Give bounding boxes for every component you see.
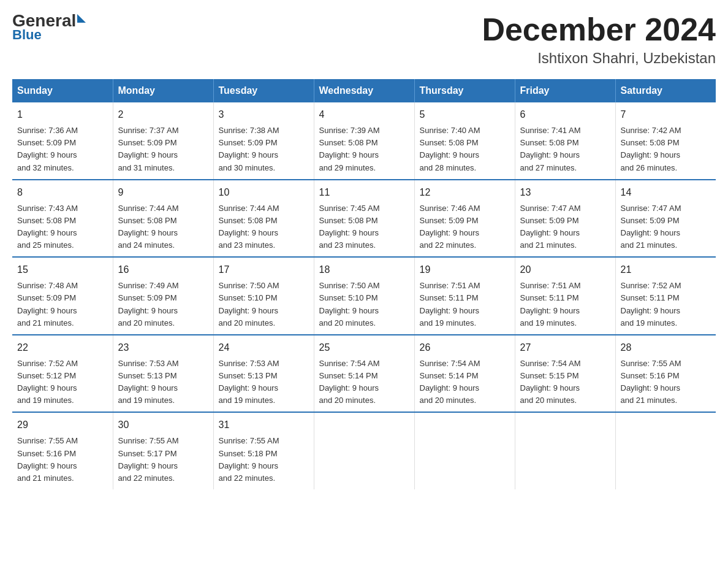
day-number: 8: [17, 185, 108, 200]
day-number: 15: [17, 262, 108, 277]
day-number: 3: [219, 107, 309, 122]
day-number: 18: [319, 262, 409, 277]
day-number: 11: [319, 185, 409, 200]
day-info: Sunrise: 7:55 AM Sunset: 5:17 PM Dayligh…: [118, 435, 208, 484]
calendar-cell: 26Sunrise: 7:54 AM Sunset: 5:14 PM Dayli…: [414, 335, 515, 413]
day-info: Sunrise: 7:36 AM Sunset: 5:09 PM Dayligh…: [17, 124, 108, 174]
day-info: Sunrise: 7:52 AM Sunset: 5:11 PM Dayligh…: [621, 280, 711, 329]
day-info: Sunrise: 7:55 AM Sunset: 5:18 PM Dayligh…: [219, 435, 309, 484]
calendar-cell: 13Sunrise: 7:47 AM Sunset: 5:09 PM Dayli…: [515, 180, 615, 258]
calendar-cell: 7Sunrise: 7:42 AM Sunset: 5:08 PM Daylig…: [615, 102, 716, 180]
calendar-cell: 29Sunrise: 7:55 AM Sunset: 5:16 PM Dayli…: [12, 412, 113, 489]
day-info: Sunrise: 7:37 AM Sunset: 5:09 PM Dayligh…: [118, 124, 208, 174]
day-info: Sunrise: 7:55 AM Sunset: 5:16 PM Dayligh…: [17, 435, 108, 484]
day-info: Sunrise: 7:54 AM Sunset: 5:15 PM Dayligh…: [520, 358, 610, 407]
calendar-cell: 3Sunrise: 7:38 AM Sunset: 5:09 PM Daylig…: [213, 102, 314, 180]
day-number: 1: [17, 107, 108, 122]
day-number: 24: [219, 340, 309, 355]
day-number: 21: [621, 262, 711, 277]
weekday-header-monday: Monday: [113, 79, 213, 102]
day-info: Sunrise: 7:38 AM Sunset: 5:09 PM Dayligh…: [219, 124, 309, 174]
day-number: 23: [118, 340, 208, 355]
calendar-cell: [515, 412, 615, 489]
day-number: 2: [118, 107, 208, 122]
calendar-cell: [414, 412, 515, 489]
calendar-header: SundayMondayTuesdayWednesdayThursdayFrid…: [12, 79, 716, 102]
day-info: Sunrise: 7:52 AM Sunset: 5:12 PM Dayligh…: [17, 358, 108, 407]
calendar-cell: 30Sunrise: 7:55 AM Sunset: 5:17 PM Dayli…: [113, 412, 213, 489]
day-info: Sunrise: 7:45 AM Sunset: 5:08 PM Dayligh…: [319, 202, 409, 252]
calendar-week-row: 8Sunrise: 7:43 AM Sunset: 5:08 PM Daylig…: [12, 180, 716, 258]
logo-triangle-icon: [77, 14, 86, 23]
day-info: Sunrise: 7:49 AM Sunset: 5:09 PM Dayligh…: [118, 280, 208, 329]
day-number: 9: [118, 185, 208, 200]
calendar-cell: 9Sunrise: 7:44 AM Sunset: 5:08 PM Daylig…: [113, 180, 213, 258]
day-info: Sunrise: 7:44 AM Sunset: 5:08 PM Dayligh…: [118, 202, 208, 252]
calendar-cell: 28Sunrise: 7:55 AM Sunset: 5:16 PM Dayli…: [615, 335, 716, 413]
day-info: Sunrise: 7:55 AM Sunset: 5:16 PM Dayligh…: [621, 358, 711, 407]
calendar-cell: 4Sunrise: 7:39 AM Sunset: 5:08 PM Daylig…: [314, 102, 414, 180]
day-number: 5: [420, 107, 510, 122]
logo: General Blue: [12, 12, 86, 43]
day-number: 25: [319, 340, 409, 355]
calendar-cell: 6Sunrise: 7:41 AM Sunset: 5:08 PM Daylig…: [515, 102, 615, 180]
day-number: 26: [420, 340, 510, 355]
day-info: Sunrise: 7:53 AM Sunset: 5:13 PM Dayligh…: [118, 358, 208, 407]
calendar-cell: 31Sunrise: 7:55 AM Sunset: 5:18 PM Dayli…: [213, 412, 314, 489]
day-info: Sunrise: 7:43 AM Sunset: 5:08 PM Dayligh…: [17, 202, 108, 252]
day-info: Sunrise: 7:46 AM Sunset: 5:09 PM Dayligh…: [420, 202, 510, 252]
weekday-header-thursday: Thursday: [414, 79, 515, 102]
day-number: 14: [621, 185, 711, 200]
calendar-cell: 27Sunrise: 7:54 AM Sunset: 5:15 PM Dayli…: [515, 335, 615, 413]
day-info: Sunrise: 7:44 AM Sunset: 5:08 PM Dayligh…: [219, 202, 309, 252]
calendar-cell: 11Sunrise: 7:45 AM Sunset: 5:08 PM Dayli…: [314, 180, 414, 258]
weekday-header-tuesday: Tuesday: [213, 79, 314, 102]
day-number: 20: [520, 262, 610, 277]
calendar-cell: 25Sunrise: 7:54 AM Sunset: 5:14 PM Dayli…: [314, 335, 414, 413]
day-number: 17: [219, 262, 309, 277]
day-number: 12: [420, 185, 510, 200]
calendar-cell: 21Sunrise: 7:52 AM Sunset: 5:11 PM Dayli…: [615, 257, 716, 335]
calendar-cell: 24Sunrise: 7:53 AM Sunset: 5:13 PM Dayli…: [213, 335, 314, 413]
calendar-week-row: 29Sunrise: 7:55 AM Sunset: 5:16 PM Dayli…: [12, 412, 716, 489]
calendar-cell: 8Sunrise: 7:43 AM Sunset: 5:08 PM Daylig…: [12, 180, 113, 258]
calendar-cell: 15Sunrise: 7:48 AM Sunset: 5:09 PM Dayli…: [12, 257, 113, 335]
calendar-cell: 12Sunrise: 7:46 AM Sunset: 5:09 PM Dayli…: [414, 180, 515, 258]
day-info: Sunrise: 7:47 AM Sunset: 5:09 PM Dayligh…: [621, 202, 711, 252]
calendar-cell: 18Sunrise: 7:50 AM Sunset: 5:10 PM Dayli…: [314, 257, 414, 335]
calendar-cell: [314, 412, 414, 489]
calendar-cell: 16Sunrise: 7:49 AM Sunset: 5:09 PM Dayli…: [113, 257, 213, 335]
calendar-cell: [615, 412, 716, 489]
day-info: Sunrise: 7:50 AM Sunset: 5:10 PM Dayligh…: [219, 280, 309, 329]
calendar-cell: 22Sunrise: 7:52 AM Sunset: 5:12 PM Dayli…: [12, 335, 113, 413]
calendar-table: SundayMondayTuesdayWednesdayThursdayFrid…: [12, 79, 716, 489]
calendar-cell: 14Sunrise: 7:47 AM Sunset: 5:09 PM Dayli…: [615, 180, 716, 258]
day-info: Sunrise: 7:54 AM Sunset: 5:14 PM Dayligh…: [319, 358, 409, 407]
day-number: 6: [520, 107, 610, 122]
day-number: 4: [319, 107, 409, 122]
day-info: Sunrise: 7:47 AM Sunset: 5:09 PM Dayligh…: [520, 202, 610, 252]
weekday-header-sunday: Sunday: [12, 79, 113, 102]
day-number: 10: [219, 185, 309, 200]
day-number: 16: [118, 262, 208, 277]
day-number: 19: [420, 262, 510, 277]
day-info: Sunrise: 7:39 AM Sunset: 5:08 PM Dayligh…: [319, 124, 409, 174]
calendar-week-row: 22Sunrise: 7:52 AM Sunset: 5:12 PM Dayli…: [12, 335, 716, 413]
logo-blue-text: Blue: [12, 27, 86, 43]
day-number: 28: [621, 340, 711, 355]
calendar-cell: 17Sunrise: 7:50 AM Sunset: 5:10 PM Dayli…: [213, 257, 314, 335]
day-info: Sunrise: 7:40 AM Sunset: 5:08 PM Dayligh…: [420, 124, 510, 174]
calendar-week-row: 1Sunrise: 7:36 AM Sunset: 5:09 PM Daylig…: [12, 102, 716, 180]
day-number: 29: [17, 418, 108, 432]
day-info: Sunrise: 7:41 AM Sunset: 5:08 PM Dayligh…: [520, 124, 610, 174]
day-info: Sunrise: 7:51 AM Sunset: 5:11 PM Dayligh…: [520, 280, 610, 329]
calendar-body: 1Sunrise: 7:36 AM Sunset: 5:09 PM Daylig…: [12, 102, 716, 489]
day-info: Sunrise: 7:50 AM Sunset: 5:10 PM Dayligh…: [319, 280, 409, 329]
calendar-cell: 23Sunrise: 7:53 AM Sunset: 5:13 PM Dayli…: [113, 335, 213, 413]
calendar-subtitle: Ishtixon Shahri, Uzbekistan: [482, 50, 716, 67]
calendar-cell: 5Sunrise: 7:40 AM Sunset: 5:08 PM Daylig…: [414, 102, 515, 180]
calendar-cell: 1Sunrise: 7:36 AM Sunset: 5:09 PM Daylig…: [12, 102, 113, 180]
day-info: Sunrise: 7:51 AM Sunset: 5:11 PM Dayligh…: [420, 280, 510, 329]
day-info: Sunrise: 7:54 AM Sunset: 5:14 PM Dayligh…: [420, 358, 510, 407]
title-block: December 2024 Ishtixon Shahri, Uzbekista…: [482, 12, 716, 67]
